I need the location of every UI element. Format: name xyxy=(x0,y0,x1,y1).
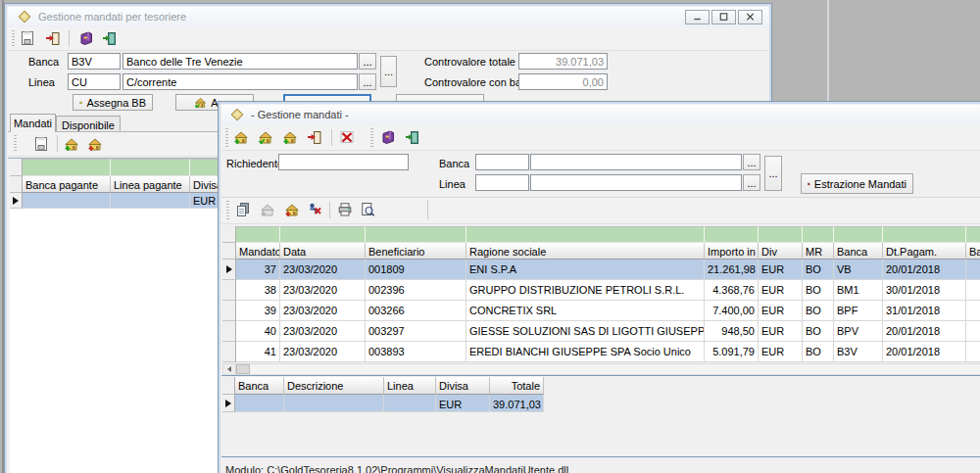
linea-descrizione-input[interactable] xyxy=(530,174,742,191)
assign-house-button[interactable] xyxy=(62,134,81,154)
column-header[interactable]: Banca xyxy=(235,377,284,395)
group-band-cell xyxy=(236,226,280,243)
column-header[interactable]: Totale xyxy=(490,377,544,395)
column-header[interactable]: Descrizione xyxy=(284,377,384,395)
column-header[interactable]: MR xyxy=(803,243,834,260)
copy-button[interactable] xyxy=(233,200,253,219)
print-button[interactable] xyxy=(335,200,355,219)
cell: 31/01/2018 xyxy=(883,301,966,321)
house-button[interactable] xyxy=(280,127,300,147)
house-plus-icon xyxy=(79,96,82,109)
print-preview-button[interactable] xyxy=(358,200,377,219)
column-header[interactable]: Ba xyxy=(966,243,980,260)
toolbar-end-separator xyxy=(427,200,428,219)
column-header[interactable]: Divisa xyxy=(436,377,490,395)
group-header-row xyxy=(10,159,249,176)
banca-descrizione-input[interactable] xyxy=(122,53,358,70)
banca-browse-button[interactable]: ... xyxy=(743,154,760,170)
estrazione-mandati-button[interactable]: Estrazione Mandati xyxy=(801,173,913,194)
column-header[interactable]: Dt.Pagam. xyxy=(883,243,966,260)
banca-descrizione-input[interactable] xyxy=(530,154,742,170)
cell xyxy=(966,342,980,362)
cell: ENI S.P.A xyxy=(466,260,705,280)
group-band-cell xyxy=(966,226,980,243)
help-button[interactable] xyxy=(378,127,398,147)
column-header-row: Banca pagante Linea pagante Divisa xyxy=(10,176,249,193)
group-band-cell xyxy=(466,226,705,243)
column-header[interactable]: Ragione sociale xyxy=(466,243,705,260)
richiedente-input[interactable] xyxy=(278,154,409,170)
exit-button[interactable] xyxy=(403,127,422,147)
scrollbar-thumb[interactable] xyxy=(236,364,250,374)
column-header[interactable]: Importo in valuta xyxy=(705,243,759,260)
browse-both-button[interactable]: ... xyxy=(764,156,782,191)
linea-code-input[interactable] xyxy=(68,73,121,90)
column-header[interactable]: Mandato xyxy=(236,243,280,260)
column-header[interactable]: Beneficiario xyxy=(366,243,466,260)
cell xyxy=(284,395,384,412)
preview-icon xyxy=(360,202,375,217)
row-selector xyxy=(10,193,23,209)
house-disabled-button xyxy=(258,200,277,219)
tab-mandati[interactable]: Mandati xyxy=(10,114,56,132)
summary-row[interactable]: EUR 39.071,03 xyxy=(222,395,544,412)
cell: 38 xyxy=(236,280,280,301)
remove-person-button[interactable] xyxy=(305,200,324,219)
linea-descrizione-input[interactable] xyxy=(122,73,358,90)
assign-plus-button[interactable] xyxy=(231,127,251,147)
column-header-row: Mandato Data Beneficiario Ragione social… xyxy=(222,243,980,260)
tab-disponibile[interactable]: Disponibile xyxy=(56,116,121,132)
main-toolbar xyxy=(8,27,768,51)
banca-code-input[interactable] xyxy=(68,53,121,70)
window-gestione-mandati: - Gestione mandati - Richiedente Banca .… xyxy=(218,101,980,473)
group-band-cell xyxy=(759,226,803,243)
group-header-row xyxy=(222,226,980,243)
column-header[interactable]: Div xyxy=(759,243,803,260)
group-band-cell xyxy=(705,226,759,243)
column-header[interactable]: Banca pagante xyxy=(23,176,111,193)
app-diamond-icon xyxy=(17,9,32,24)
maximize-button[interactable] xyxy=(711,10,736,24)
linea-browse-button[interactable]: ... xyxy=(359,73,376,90)
banca-code-input[interactable] xyxy=(475,154,529,170)
linea-browse-button[interactable]: ... xyxy=(743,174,760,191)
titlebar[interactable]: - Gestione mandati - xyxy=(221,105,980,126)
help-button[interactable] xyxy=(76,28,96,48)
delete-button[interactable] xyxy=(337,127,357,147)
scroll-left-button[interactable] xyxy=(223,364,236,374)
save-grid-button[interactable] xyxy=(31,134,51,154)
cell: GIESSE SOLUZIONI SAS DI LIGOTTI GIUSEPPE xyxy=(466,321,705,342)
house-check-icon xyxy=(194,96,207,109)
linea-code-input[interactable] xyxy=(475,174,529,191)
window-controls xyxy=(683,10,762,24)
cell: 23/03/2020 xyxy=(280,301,366,321)
table-row[interactable]: 41 23/03/2020 003893 EREDI BIANCHI GIUSE… xyxy=(222,342,980,362)
table-row[interactable]: 39 23/03/2020 003266 CONCRETIX SRL 7.400… xyxy=(222,301,980,321)
background-window-edge xyxy=(827,0,829,102)
table-row[interactable]: EUR xyxy=(10,193,249,209)
house-red-button[interactable] xyxy=(282,200,302,219)
cell: 21.261,98 xyxy=(705,260,759,280)
browse-both-button[interactable]: ... xyxy=(380,56,397,87)
column-header[interactable]: Linea pagante xyxy=(111,176,190,193)
column-header[interactable]: Linea xyxy=(384,377,436,395)
table-row[interactable]: 40 23/03/2020 003297 GIESSE SOLUZIONI SA… xyxy=(222,321,980,342)
column-header[interactable]: Banca xyxy=(834,243,883,260)
close-button[interactable] xyxy=(738,10,762,24)
banca-browse-button[interactable]: ... xyxy=(359,53,376,70)
exit-red-button[interactable] xyxy=(305,127,324,147)
door-red-arrow-icon xyxy=(45,30,61,46)
column-header[interactable]: Data xyxy=(280,243,366,260)
unassign-house-button[interactable] xyxy=(85,134,105,154)
table-row[interactable]: 38 23/03/2020 002396 GRUPPO DISTRIBUZION… xyxy=(222,280,980,301)
save-button[interactable] xyxy=(18,28,37,48)
assign-check-button[interactable] xyxy=(256,127,275,147)
exit-button[interactable] xyxy=(100,28,120,48)
table-row[interactable]: 37 23/03/2020 001809 ENI S.P.A 21.261,98… xyxy=(222,260,980,280)
house-plus-icon xyxy=(64,136,79,152)
assegna-bb-button[interactable]: Assegna BB xyxy=(73,94,153,111)
minimize-button[interactable] xyxy=(685,10,710,24)
horizontal-scrollbar[interactable] xyxy=(222,363,980,375)
titlebar[interactable]: Gestione mandati per tesoriere xyxy=(8,7,768,28)
exit-red-button[interactable] xyxy=(43,28,63,48)
